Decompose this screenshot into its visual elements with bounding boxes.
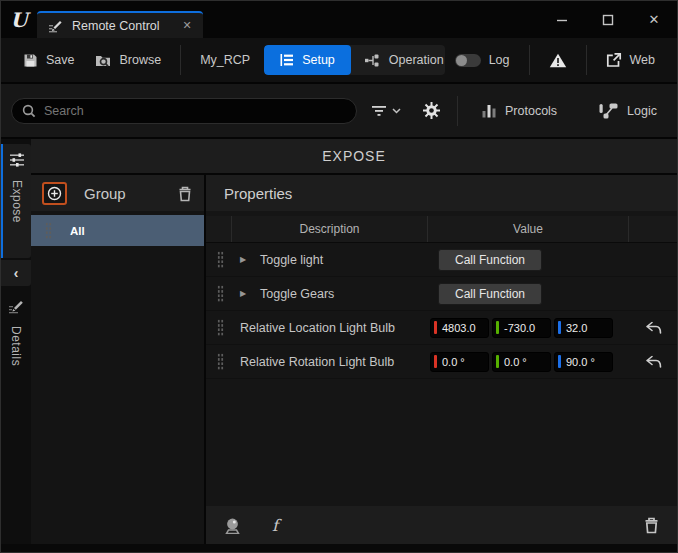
window-controls: ✕ (539, 1, 677, 38)
y-axis-color-bar (496, 321, 499, 334)
browse-button[interactable]: Browse (85, 45, 172, 76)
handle-column-header (206, 216, 232, 242)
toolbar-right-group: Log (445, 44, 665, 76)
property-row-toggle-gears[interactable]: ▶ Toggle Gears Call Function (206, 277, 677, 311)
group-panel-title: Group (84, 185, 126, 202)
left-tab-rail: Expose ‹ Details (1, 139, 31, 544)
collapse-panel-button[interactable]: ‹ (1, 260, 31, 286)
property-row-toggle-light[interactable]: ▶ Toggle light Call Function (206, 243, 677, 277)
rotation-yaw-field[interactable]: 90.0 ° (554, 352, 613, 372)
value-column-header: Value (428, 216, 629, 242)
filter-button[interactable] (372, 105, 401, 117)
minimize-button[interactable] (539, 1, 585, 38)
properties-panel-title: Properties (206, 175, 677, 211)
drag-handle-icon[interactable] (217, 285, 224, 302)
warnings-button[interactable] (539, 45, 577, 76)
x-axis-color-bar (434, 321, 437, 334)
tab-details[interactable]: Details (1, 299, 31, 366)
sliders-icon (9, 152, 25, 168)
property-label: Toggle Gears (260, 287, 334, 301)
browse-label: Browse (120, 53, 162, 67)
call-function-button[interactable]: Call Function (438, 249, 542, 271)
description-column-header: Description (232, 216, 428, 242)
search-box[interactable] (11, 98, 357, 124)
chevron-down-icon (392, 108, 401, 114)
tab-expose[interactable]: Expose (1, 144, 31, 258)
main-toolbar: Save Browse My_RCP (1, 38, 677, 84)
maximize-button[interactable] (585, 1, 631, 38)
add-group-button[interactable] (42, 182, 67, 205)
expose-actor-button[interactable] (223, 517, 242, 534)
close-window-button[interactable]: ✕ (631, 1, 677, 38)
details-tab-label: Details (9, 326, 23, 366)
protocols-bars-icon (482, 103, 496, 118)
property-label: Relative Rotation Light Bulb (240, 355, 394, 369)
location-z-value: 32.0 (566, 322, 587, 334)
log-label: Log (489, 53, 510, 67)
drag-handle-icon[interactable] (45, 222, 52, 239)
preset-name-label: My_RCP (200, 53, 250, 67)
z-axis-color-bar (558, 355, 561, 368)
expose-function-button[interactable]: f (272, 516, 278, 535)
location-y-field[interactable]: -730.0 (492, 318, 551, 338)
location-x-field[interactable]: 4803.0 (430, 318, 489, 338)
log-toggle-switch[interactable] (455, 54, 481, 67)
rotation-roll-value: 0.0 ° (442, 356, 465, 368)
tab-remote-control[interactable]: Remote Control ✕ (37, 11, 203, 38)
setup-mode-button[interactable]: Setup (264, 45, 351, 75)
properties-footer-bar: f (206, 506, 677, 544)
logic-button[interactable]: Logic (589, 95, 667, 127)
setup-label: Setup (302, 53, 335, 67)
rotation-roll-field[interactable]: 0.0 ° (430, 352, 489, 372)
drag-handle-icon[interactable] (217, 319, 224, 336)
title-bar: U Remote Control ✕ ✕ (1, 1, 677, 38)
preset-name-button[interactable]: My_RCP (190, 45, 260, 75)
reset-to-default-button[interactable] (645, 321, 662, 334)
unreal-engine-logo-icon: U (1, 1, 37, 38)
protocols-button[interactable]: Protocols (472, 95, 567, 126)
close-tab-icon[interactable]: ✕ (183, 19, 192, 32)
logic-nodes-icon (599, 103, 618, 119)
y-axis-color-bar (496, 355, 499, 368)
save-label: Save (46, 53, 75, 67)
reset-to-default-button[interactable] (645, 355, 662, 368)
window-bottom-strip (1, 544, 677, 552)
drag-handle-icon[interactable] (217, 353, 224, 370)
web-button[interactable]: Web (596, 44, 665, 76)
search-row-separator (457, 96, 458, 126)
operation-mode-button[interactable]: Operation (351, 45, 445, 75)
protocols-label: Protocols (505, 104, 557, 118)
expose-tab-label: Expose (10, 180, 24, 223)
location-z-field[interactable]: 32.0 (554, 318, 613, 338)
remote-control-pencil-icon (48, 19, 63, 33)
property-row-relative-rotation[interactable]: Relative Rotation Light Bulb 0.0 ° 0.0 ° (206, 345, 677, 379)
expand-arrow-icon[interactable]: ▶ (240, 255, 250, 264)
drag-handle-icon[interactable] (217, 251, 224, 268)
main-area: Expose ‹ Details EXPOSE (1, 139, 677, 544)
log-toggle-button[interactable]: Log (445, 45, 520, 75)
property-row-relative-location[interactable]: Relative Location Light Bulb 4803.0 -730… (206, 311, 677, 345)
delete-group-button[interactable] (177, 185, 193, 202)
call-function-button[interactable]: Call Function (438, 283, 542, 305)
search-toolbar: Protocols Logic (1, 84, 677, 139)
operation-label: Operation (389, 53, 444, 67)
toolbar-separator (586, 45, 587, 75)
z-axis-color-bar (558, 321, 561, 334)
gear-icon (422, 101, 441, 120)
group-panel: Group All (31, 175, 204, 544)
search-input[interactable] (44, 104, 346, 118)
remote-control-window: U Remote Control ✕ ✕ (0, 0, 678, 553)
toolbar-separator (180, 45, 181, 75)
mode-switch: Setup Operation (264, 45, 445, 75)
delete-exposed-button[interactable] (643, 516, 660, 534)
expand-arrow-icon[interactable]: ▶ (240, 289, 250, 298)
logic-label: Logic (627, 104, 657, 118)
properties-empty-area (206, 379, 677, 506)
group-item-all[interactable]: All (31, 215, 204, 246)
warning-triangle-icon (549, 53, 567, 68)
rotation-pitch-field[interactable]: 0.0 ° (492, 352, 551, 372)
browse-folder-icon (95, 53, 112, 68)
settings-button[interactable] (422, 101, 441, 120)
save-button[interactable]: Save (13, 45, 85, 76)
properties-table-header: Description Value (206, 216, 677, 243)
